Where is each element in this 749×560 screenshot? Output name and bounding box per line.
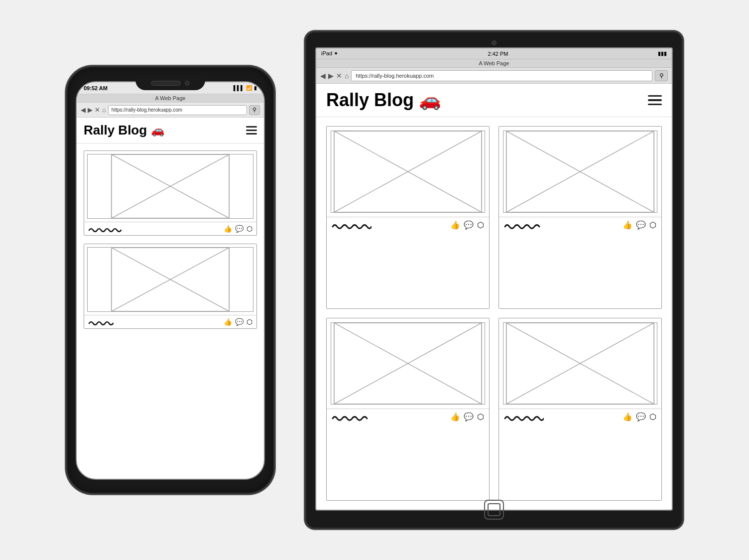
tablet-post-actions-1: 👍 💬 ⬡ bbox=[450, 220, 484, 230]
tablet-squiggle-4 bbox=[504, 413, 544, 421]
comment-icon-2[interactable]: 💬 bbox=[235, 318, 244, 326]
share-icon-2[interactable]: ⬡ bbox=[247, 318, 252, 326]
tablet-share-2[interactable]: ⬡ bbox=[649, 220, 656, 230]
like-icon[interactable]: 👍 bbox=[224, 225, 232, 233]
battery-icon: ▮ bbox=[254, 85, 257, 91]
tablet-post-card-1[interactable]: 👍 💬 ⬡ bbox=[326, 126, 490, 309]
comment-icon[interactable]: 💬 bbox=[235, 225, 244, 233]
tablet-browser-bar: ◀ ▶ ✕ ⌂ https://rally-blog.herokuapp.com… bbox=[316, 68, 672, 84]
post-image-1 bbox=[87, 154, 253, 219]
tablet-like-3[interactable]: 👍 bbox=[450, 412, 460, 421]
tablet-post-actions-3: 👍 💬 ⬡ bbox=[450, 412, 484, 421]
wifi-icon: 📶 bbox=[246, 85, 252, 91]
tablet-home-btn[interactable]: ⌂ bbox=[345, 72, 349, 80]
tablet-share-3[interactable]: ⬡ bbox=[477, 412, 484, 421]
tablet-menu-button[interactable] bbox=[648, 95, 662, 106]
phone-post-actions-2: 👍 💬 ⬡ bbox=[224, 318, 252, 326]
tablet-comment-2[interactable]: 💬 bbox=[636, 220, 646, 230]
tablet-title-text: Rally Blog bbox=[326, 90, 414, 111]
tablet-comment-1[interactable]: 💬 bbox=[464, 220, 474, 230]
tablet-post-actions-2: 👍 💬 ⬡ bbox=[623, 220, 656, 230]
phone-device: 09:52 AM ▌▌▌ 📶 ▮ A Web Page ◀ ▶ ✕ ⌂ http… bbox=[66, 66, 275, 494]
browser-home-btn[interactable]: ⌂ bbox=[102, 106, 106, 114]
phone-post-footer-1: 👍 💬 ⬡ bbox=[84, 222, 256, 235]
search-icon: ⚲ bbox=[252, 107, 256, 113]
tablet-car-icon: 🚗 bbox=[419, 90, 441, 111]
tablet-search-icon: ⚲ bbox=[659, 72, 664, 79]
phone-camera bbox=[185, 81, 190, 86]
tablet-like-4[interactable]: 👍 bbox=[623, 412, 632, 421]
phone-status-icons: ▌▌▌ 📶 ▮ bbox=[234, 85, 257, 91]
post-squiggle-2 bbox=[88, 318, 123, 325]
phone-browser-bar: ◀ ▶ ✕ ⌂ https://rally-blog.herokuapp.com… bbox=[77, 103, 264, 118]
tablet-time: 2:42 PM bbox=[488, 51, 508, 57]
tablet-post-actions-4: 👍 💬 ⬡ bbox=[623, 412, 656, 421]
browser-back-btn[interactable]: ◀ bbox=[81, 106, 86, 114]
tablet-post-footer-1: 👍 💬 ⬡ bbox=[327, 217, 489, 233]
tablet-comment-3[interactable]: 💬 bbox=[464, 412, 474, 421]
tablet-squiggle-1 bbox=[332, 221, 372, 229]
tablet-app-title: Rally Blog 🚗 bbox=[326, 90, 441, 111]
tablet-url-text: https://rally-blog.herokuapp.com bbox=[356, 73, 434, 79]
tablet-comment-4[interactable]: 💬 bbox=[636, 412, 646, 421]
browser-forward-btn[interactable]: ▶ bbox=[88, 106, 93, 114]
phone-app-header: Rally Blog 🚗 bbox=[77, 118, 264, 143]
tablet-post-image-3 bbox=[331, 322, 485, 405]
tablet-home-button[interactable] bbox=[484, 500, 504, 520]
tablet-post-card-3[interactable]: 👍 💬 ⬡ bbox=[326, 318, 490, 501]
tablet-screen: iPad ✦ 2:42 PM ▮▮▮ A Web Page ◀ ▶ ✕ ⌂ ht… bbox=[315, 47, 673, 511]
tablet-forward-btn[interactable]: ▶ bbox=[328, 72, 334, 80]
signal-icon: ▌▌▌ bbox=[234, 85, 244, 91]
browser-url-text: https://rally-blog.herokuapp.com bbox=[112, 107, 182, 113]
phone-post-card-2[interactable]: 👍 💬 ⬡ bbox=[84, 244, 257, 329]
tablet-like-2[interactable]: 👍 bbox=[623, 220, 632, 230]
tablet-browser-title: A Web Page bbox=[316, 59, 672, 68]
tablet-browser-title-text: A Web Page bbox=[479, 60, 509, 66]
tablet-share-4[interactable]: ⬡ bbox=[649, 412, 656, 421]
tablet-status-bar: iPad ✦ 2:42 PM ▮▮▮ bbox=[316, 48, 672, 59]
phone-post-card[interactable]: 👍 💬 ⬡ bbox=[84, 150, 257, 236]
phone-notch-pill bbox=[151, 81, 181, 86]
phone-time: 09:52 AM bbox=[84, 85, 108, 91]
browser-close-btn[interactable]: ✕ bbox=[95, 106, 100, 114]
tablet-post-image-2 bbox=[503, 131, 657, 213]
phone-screen: 09:52 AM ▌▌▌ 📶 ▮ A Web Page ◀ ▶ ✕ ⌂ http… bbox=[76, 81, 265, 480]
post-image-2 bbox=[87, 247, 253, 312]
phone-app-content: Rally Blog 🚗 bbox=[77, 118, 264, 479]
tablet-post-footer-4: 👍 💬 ⬡ bbox=[499, 409, 661, 424]
tablet-post-footer-3: 👍 💬 ⬡ bbox=[327, 409, 489, 424]
browser-url-bar[interactable]: https://rally-blog.herokuapp.com bbox=[108, 105, 247, 115]
tablet-posts-grid: 👍 💬 ⬡ bbox=[316, 117, 672, 510]
tablet-back-btn[interactable]: ◀ bbox=[320, 72, 326, 80]
phone-post-actions-1: 👍 💬 ⬡ bbox=[224, 225, 252, 233]
car-icon: 🚗 bbox=[151, 124, 164, 137]
phone-post-footer-2: 👍 💬 ⬡ bbox=[84, 315, 256, 328]
phone-menu-button[interactable] bbox=[246, 126, 257, 135]
phone-posts-list: 👍 💬 ⬡ bbox=[77, 143, 264, 479]
tablet-post-card-2[interactable]: 👍 💬 ⬡ bbox=[499, 126, 662, 309]
phone-notch bbox=[135, 76, 205, 90]
tablet-close-btn[interactable]: ✕ bbox=[336, 72, 342, 80]
tablet-like-1[interactable]: 👍 bbox=[450, 220, 460, 230]
tablet-squiggle-3 bbox=[332, 413, 372, 421]
browser-search-btn[interactable]: ⚲ bbox=[249, 105, 260, 115]
browser-title-text: A Web Page bbox=[155, 95, 186, 101]
tablet-post-image-4 bbox=[503, 322, 657, 405]
tablet-status-left: iPad ✦ bbox=[321, 50, 338, 57]
tablet-url-bar[interactable]: https://rally-blog.herokuapp.com bbox=[351, 70, 652, 81]
share-icon[interactable]: ⬡ bbox=[247, 225, 252, 233]
phone-browser-title: A Web Page bbox=[77, 94, 264, 103]
tablet-app-header: Rally Blog 🚗 bbox=[316, 84, 672, 117]
tablet-post-image-1 bbox=[331, 131, 485, 213]
tablet-battery-icon: ▮▮▮ bbox=[658, 50, 667, 57]
tablet-camera bbox=[492, 40, 497, 45]
tablet-search-btn[interactable]: ⚲ bbox=[655, 70, 668, 81]
phone-app-title: Rally Blog 🚗 bbox=[84, 123, 164, 138]
tablet-post-card-4[interactable]: 👍 💬 ⬡ bbox=[499, 318, 662, 501]
tablet-device: iPad ✦ 2:42 PM ▮▮▮ A Web Page ◀ ▶ ✕ ⌂ ht… bbox=[305, 31, 683, 529]
like-icon-2[interactable]: 👍 bbox=[224, 318, 232, 326]
post-squiggle-1 bbox=[88, 225, 123, 232]
tablet-share-1[interactable]: ⬡ bbox=[477, 220, 484, 230]
tablet-squiggle-2 bbox=[504, 221, 544, 229]
phone-title-text: Rally Blog bbox=[84, 123, 147, 138]
